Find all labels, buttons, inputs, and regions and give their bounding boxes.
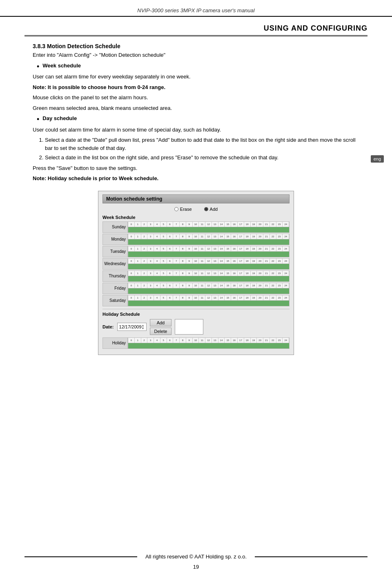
hour-tick: 23 <box>276 283 283 288</box>
schedule-row-friday: Friday0123456789101112131415161718192021… <box>102 283 290 294</box>
section-divider <box>102 309 290 309</box>
hour-tick: 5 <box>160 338 167 343</box>
hour-ruler-saturday: 0123456789101112131415161718192021222324 <box>128 295 290 300</box>
hour-tick: 15 <box>225 246 231 251</box>
motion-schedule-dialog: Motion schedule setting Erase Add Week S… <box>98 191 294 355</box>
schedule-row-sunday: Sunday0123456789101112131415161718192021… <box>102 221 290 233</box>
bullet-dot-2: • <box>37 115 39 124</box>
delete-button[interactable]: Delete <box>150 328 172 335</box>
hour-tick: 11 <box>199 259 205 263</box>
dialog-container: Motion schedule setting Erase Add Week S… <box>33 191 359 355</box>
hour-tick: 17 <box>238 259 244 263</box>
hour-tick: 7 <box>173 283 180 288</box>
holiday-bar-row[interactable] <box>128 343 290 349</box>
hour-tick: 12 <box>205 283 212 288</box>
holiday-green-bar <box>128 343 289 348</box>
hour-tick: 6 <box>167 338 174 343</box>
hour-tick: 3 <box>147 271 154 276</box>
hour-tick: 22 <box>270 234 276 239</box>
hour-tick: 15 <box>225 222 231 227</box>
hour-tick: 2 <box>141 246 148 251</box>
hour-tick: 2 <box>141 259 148 263</box>
hour-tick: 1 <box>135 222 141 227</box>
note2: Mouse clicks on the panel to set the ala… <box>33 94 359 102</box>
add-button[interactable]: Add <box>150 319 172 326</box>
track-wrapper-tuesday: 0123456789101112131415161718192021222324 <box>128 246 290 257</box>
date-input[interactable]: 12/17/2009 ▲▼ <box>117 323 147 331</box>
holiday-track: 0123456789101112131415161718192021222324 <box>128 337 290 349</box>
hour-tick: 18 <box>244 283 251 288</box>
hour-tick: 4 <box>154 271 160 276</box>
hour-ruler-sunday: 0123456789101112131415161718192021222324 <box>128 221 290 227</box>
hour-tick: 23 <box>276 271 283 276</box>
week-schedule-section-label: Week Schedule <box>102 215 290 220</box>
hour-tick: 17 <box>238 234 244 239</box>
hour-tick: 18 <box>244 234 251 239</box>
eng-badge: eng <box>371 155 384 163</box>
hour-tick: 8 <box>180 259 186 263</box>
green-bar-thursday <box>128 276 289 281</box>
hour-tick: 14 <box>218 271 225 276</box>
hour-tick: 1 <box>135 259 141 263</box>
hour-tick: 23 <box>276 259 283 263</box>
hour-tick: 15 <box>225 234 231 239</box>
hour-tick: 11 <box>199 222 205 227</box>
hour-tick: 22 <box>270 246 276 251</box>
hour-tick: 7 <box>173 246 180 251</box>
hour-tick: 21 <box>263 283 270 288</box>
hour-tick: 1 <box>135 271 141 276</box>
hour-tick: 20 <box>257 259 263 263</box>
hour-tick: 19 <box>251 295 257 300</box>
hour-tick: 11 <box>199 234 205 239</box>
instructions-list: Select a date at the "Date" pull down li… <box>45 136 359 162</box>
hour-tick: 9 <box>186 338 193 343</box>
erase-radio-circle <box>174 207 178 211</box>
hour-tick: 2 <box>141 234 148 239</box>
schedule-row-saturday: Saturday01234567891011121314151617181920… <box>102 295 290 306</box>
hour-tick: 0 <box>128 222 135 227</box>
track-wrapper-wednesday: 0123456789101112131415161718192021222324 <box>128 258 290 270</box>
hour-tick: 20 <box>257 234 263 239</box>
hour-tick: 2 <box>141 295 148 300</box>
hour-tick: 21 <box>263 234 270 239</box>
bar-row-thursday[interactable] <box>128 276 290 282</box>
date-value: 12/17/2009 <box>119 324 142 329</box>
hour-tick: 9 <box>186 222 193 227</box>
hour-tick: 3 <box>147 259 154 263</box>
hour-tick: 3 <box>147 234 154 239</box>
bar-row-wednesday[interactable] <box>128 263 290 270</box>
hour-tick: 4 <box>154 338 160 343</box>
hour-tick: 13 <box>212 271 218 276</box>
hour-tick: 3 <box>147 246 154 251</box>
hour-tick: 24 <box>283 222 289 227</box>
track-wrapper-monday: 0123456789101112131415161718192021222324 <box>128 234 290 245</box>
hour-tick: 6 <box>167 222 174 227</box>
hour-tick: 9 <box>186 283 193 288</box>
footer-line-right <box>255 556 368 557</box>
hour-tick: 12 <box>205 295 212 300</box>
hour-tick: 23 <box>276 222 283 227</box>
intro-line: Enter into "Alarm Config" -> "Motion Det… <box>33 51 359 59</box>
hour-ruler-thursday: 0123456789101112131415161718192021222324 <box>128 270 290 276</box>
bar-row-monday[interactable] <box>128 239 290 245</box>
bar-row-saturday[interactable] <box>128 300 290 306</box>
hour-tick: 4 <box>154 246 160 251</box>
hour-tick: 15 <box>225 338 231 343</box>
holiday-section: Holiday Schedule Date: 12/17/2009 ▲▼ Add… <box>102 312 290 349</box>
add-label: Add <box>210 207 218 212</box>
hour-tick: 10 <box>193 271 199 276</box>
bar-row-friday[interactable] <box>128 288 290 294</box>
holiday-list-box[interactable] <box>175 319 203 335</box>
hour-tick: 8 <box>180 271 186 276</box>
bar-row-tuesday[interactable] <box>128 251 290 257</box>
hour-tick: 24 <box>283 338 289 343</box>
day-label-thursday: Thursday <box>102 270 128 282</box>
hour-tick: 19 <box>251 222 257 227</box>
hour-tick: 22 <box>270 283 276 288</box>
page-header: NVIP-3000 series 3MPX IP camera user's m… <box>0 0 392 17</box>
green-bar-monday <box>128 239 289 245</box>
erase-radio: Erase <box>174 207 192 212</box>
hour-ruler-wednesday: 0123456789101112131415161718192021222324 <box>128 258 290 263</box>
bar-row-sunday[interactable] <box>128 227 290 233</box>
hour-tick: 2 <box>141 271 148 276</box>
